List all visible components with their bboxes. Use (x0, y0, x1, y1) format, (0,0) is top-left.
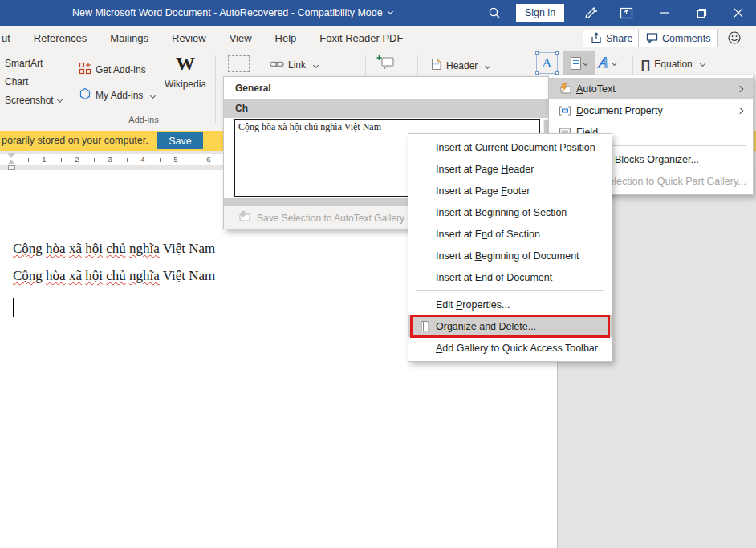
handle (535, 71, 539, 75)
addins-group-label: Add-ins (79, 115, 209, 124)
menu-item-label: Insert at Current Document Position (436, 142, 595, 153)
quick-parts-chevron-icon (582, 60, 587, 66)
minimize-button[interactable] (656, 5, 673, 21)
menu-item-insert-at-end-of-document[interactable]: Insert at End of Document (408, 266, 612, 288)
link-label: Link (288, 59, 306, 71)
menu-item-insert-at-end-of-section[interactable]: Insert at End of Section (408, 223, 612, 245)
text-box-button[interactable]: A (536, 52, 558, 74)
tab-references[interactable]: References (34, 32, 87, 44)
smartart-button[interactable]: SmartArt (5, 58, 43, 69)
equation-button[interactable]: ∏ Equation (640, 57, 705, 71)
group-separator (215, 55, 216, 123)
my-addins-button[interactable]: My Add-ins (79, 87, 155, 104)
misspelled-word: Cộng (13, 241, 43, 256)
tab-foxit-reader-pdf[interactable]: Foxit Reader PDF (319, 32, 403, 44)
header-chevron-icon (485, 63, 490, 68)
notification-save-button[interactable]: Save (157, 132, 203, 149)
ruler-tick (201, 160, 201, 160)
pen-sparkle-icon[interactable] (583, 5, 599, 21)
link-button[interactable]: Link (270, 58, 318, 72)
menu-item-document-property[interactable]: Document Property (549, 99, 753, 121)
window-title: New Microsoft Word Document - AutoRecove… (72, 0, 392, 26)
menu-item-insert-at-beginning-of-document[interactable]: Insert at Beginning of Document (408, 245, 612, 266)
misspelled-word: hội (85, 268, 103, 283)
ruler-tick (85, 160, 86, 160)
menu-item-insert-at-current-document-position[interactable]: Insert at Current Document Position (408, 136, 612, 158)
share-button[interactable]: Share (583, 30, 640, 47)
search-icon[interactable] (486, 5, 502, 21)
ruler-tick (28, 158, 29, 162)
equation-pi-icon: ∏ (640, 57, 650, 71)
ruler-tick (193, 158, 193, 162)
comments-button[interactable]: Comments (638, 30, 718, 47)
tab-review[interactable]: Review (172, 32, 206, 44)
document-line[interactable]: Cộng hòa xã hội chủ nghĩa Việt Nam (13, 241, 215, 268)
close-button[interactable] (730, 5, 746, 21)
wikipedia-button[interactable]: W Wikipedia (161, 51, 210, 90)
docprop-icon (554, 105, 576, 116)
misspelled-word: chủ (106, 241, 126, 256)
quick-parts-button[interactable] (563, 51, 595, 75)
link-icon (270, 58, 284, 72)
online-video-icon[interactable] (228, 55, 250, 72)
tab-mailings[interactable]: Mailings (110, 32, 148, 44)
misspelled-word: chủ (106, 268, 126, 283)
menu-item-label: Insert at Beginning of Section (436, 207, 567, 218)
menu-item-edit-properties[interactable]: Edit Properties... (408, 294, 612, 315)
menu-item-organize-and-delete[interactable]: Organize and Delete... (408, 315, 612, 337)
feedback-smiley-icon[interactable] (726, 30, 742, 46)
menu-item-autotext[interactable]: AutoText (549, 78, 753, 99)
menu-item-insert-at-page-footer[interactable]: Insert at Page Footer (408, 180, 612, 201)
ruler-tick (217, 160, 217, 160)
menu-item-add-gallery-to-quick-access-toolbar[interactable]: Add Gallery to Quick Access Toolbar (408, 337, 612, 359)
misspelled-word: hội (85, 241, 103, 256)
handle (535, 51, 539, 55)
submenu-arrow-icon (737, 107, 743, 113)
misspelled-word: xã (69, 241, 82, 256)
document-line[interactable]: Cộng hòa xã hội chủ nghĩa Việt Nam (13, 268, 215, 295)
misspelled-word: hòa (46, 268, 66, 283)
equation-label: Equation (654, 59, 692, 70)
link-chevron-icon (313, 62, 319, 67)
first-line-indent-marker[interactable] (7, 153, 15, 158)
autotext-save-icon (237, 210, 251, 225)
word-window: New Microsoft Word Document - AutoRecove… (0, 0, 756, 548)
ruler-number: 1 (42, 155, 46, 164)
misspelled-word: nghĩa (129, 241, 160, 256)
wordart-button[interactable]: A (599, 54, 626, 71)
menu-item-label: Insert at End of Document (436, 272, 552, 283)
new-comment-button[interactable] (376, 55, 395, 75)
ribbon-display-options-icon[interactable] (618, 5, 634, 21)
ruler-tick (102, 160, 103, 160)
ruler-tick (19, 160, 20, 160)
ruler-number: 4 (140, 155, 144, 164)
screenshot-button[interactable]: Screenshot (5, 95, 62, 106)
tab-help[interactable]: Help (275, 32, 297, 44)
title-chevron-down-icon[interactable] (388, 9, 393, 14)
restore-button[interactable] (693, 5, 709, 21)
chart-button[interactable]: Chart (5, 76, 28, 87)
misspelled-word: nghĩa (129, 268, 160, 283)
misspelled-word: Cộng (13, 268, 43, 283)
menu-item-insert-at-beginning-of-section[interactable]: Insert at Beginning of Section (408, 201, 612, 223)
word: Việt (163, 241, 185, 256)
header-icon (430, 58, 442, 74)
gallery-context-menu: Insert at Current Document PositionInser… (408, 133, 612, 362)
header-button[interactable]: Header (430, 58, 490, 74)
screenshot-label: Screenshot (5, 95, 54, 106)
group-separator (71, 55, 71, 123)
tab-view[interactable]: View (230, 32, 252, 44)
sign-in-button[interactable]: Sign in (516, 4, 564, 22)
ruler-tick (151, 160, 152, 160)
notification-message: porarily stored on your computer. (2, 131, 148, 151)
menu-item-insert-at-page-header[interactable]: Insert at Page Header (408, 158, 612, 180)
ruler-tick (168, 160, 169, 160)
get-addins-button[interactable]: Get Add-ins (79, 62, 146, 78)
header-label: Header (446, 60, 478, 71)
wordart-icon: A (597, 54, 609, 71)
text-box-a-glyph: A (542, 55, 551, 71)
menu-item-label: Document Property (576, 105, 663, 116)
wikipedia-icon: W (161, 51, 210, 75)
tab-layout-partial[interactable]: ut (2, 32, 10, 44)
hanging-indent-marker[interactable] (7, 160, 15, 164)
